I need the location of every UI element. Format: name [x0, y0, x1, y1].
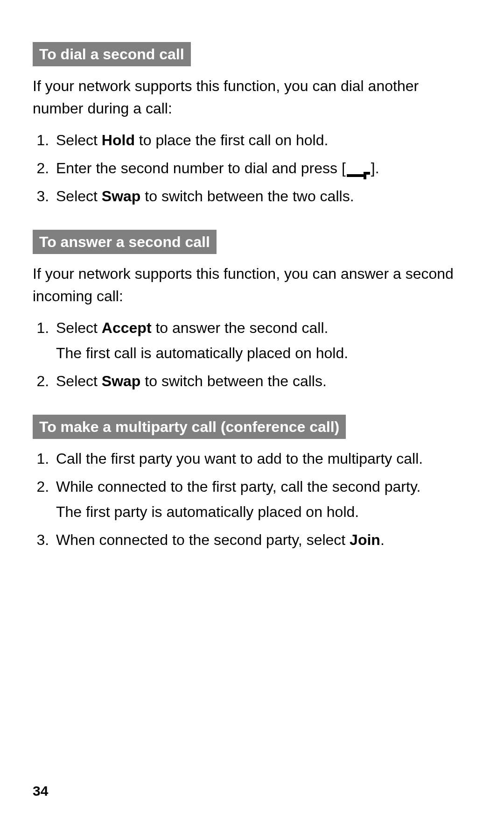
step-item: Select Swap to switch between the calls.	[53, 370, 471, 392]
section-heading: To answer a second call	[33, 230, 217, 254]
step-item: Call the first party you want to add to …	[53, 447, 471, 470]
step-bold: Hold	[102, 132, 135, 148]
step-item: Select Swap to switch between the two ca…	[53, 185, 471, 207]
section-multiparty-call: To make a multiparty call (conference ca…	[33, 415, 471, 551]
step-subtext: The first call is automatically placed o…	[56, 342, 471, 364]
step-text: to switch between the calls.	[140, 373, 326, 389]
step-item: When connected to the second party, sele…	[53, 529, 471, 551]
section-intro: If your network supports this function, …	[33, 262, 471, 307]
svg-rect-0	[347, 174, 364, 177]
step-subtext: The first party is automatically placed …	[56, 501, 471, 523]
step-text: to switch between the two calls.	[140, 188, 354, 205]
manual-page: To dial a second call If your network su…	[0, 0, 504, 827]
step-bold: Swap	[102, 373, 141, 389]
section-heading: To dial a second call	[33, 42, 191, 66]
step-text: ].	[371, 160, 379, 177]
step-item: Select Accept to answer the second call.…	[53, 317, 471, 364]
section-answer-second-call: To answer a second call If your network …	[33, 230, 471, 392]
step-text: Enter the second number to dial and pres…	[56, 160, 346, 177]
send-key-icon	[346, 164, 371, 173]
page-number: 34	[33, 783, 48, 799]
section-dial-second-call: To dial a second call If your network su…	[33, 42, 471, 207]
step-item: Enter the second number to dial and pres…	[53, 157, 471, 179]
step-item: Select Hold to place the first call on h…	[53, 129, 471, 151]
step-text: While connected to the first party, call…	[56, 478, 420, 495]
step-text: to answer the second call.	[152, 319, 329, 336]
step-text: to place the first call on hold.	[135, 132, 328, 148]
step-text: Select	[56, 319, 102, 336]
step-text: Select	[56, 373, 102, 389]
step-text: When connected to the second party, sele…	[56, 531, 350, 548]
section-heading: To make a multiparty call (conference ca…	[33, 415, 346, 439]
step-text: .	[380, 531, 385, 548]
step-item: While connected to the first party, call…	[53, 475, 471, 523]
step-text: Select	[56, 132, 102, 148]
step-bold: Accept	[102, 319, 152, 336]
step-text: Select	[56, 188, 102, 205]
svg-rect-2	[364, 172, 370, 175]
step-bold: Swap	[102, 188, 141, 205]
steps-list: Select Accept to answer the second call.…	[33, 317, 471, 392]
steps-list: Call the first party you want to add to …	[33, 447, 471, 551]
step-bold: Join	[350, 531, 380, 548]
section-intro: If your network supports this function, …	[33, 75, 471, 120]
step-text: Call the first party you want to add to …	[56, 450, 423, 467]
steps-list: Select Hold to place the first call on h…	[33, 129, 471, 207]
